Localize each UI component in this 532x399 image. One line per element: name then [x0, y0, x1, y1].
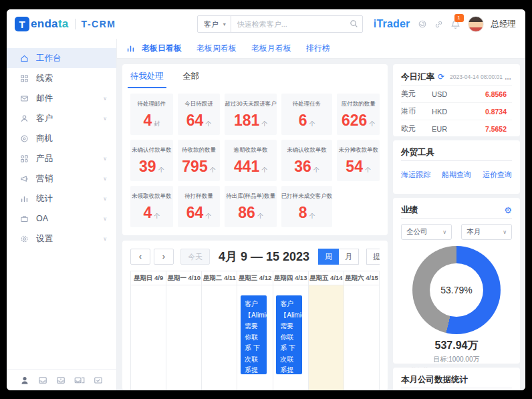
calendar-next-button[interactable]: ›	[154, 249, 174, 265]
stat-card-unconfirmed-receipts[interactable]: 未确认收款单数36个	[281, 140, 333, 181]
sidebar-item-label: 统计	[36, 193, 53, 205]
mail-icon	[20, 94, 29, 103]
search-category-select[interactable]: 客户 ▾	[197, 15, 231, 33]
chevron-down-icon: ∨	[103, 156, 107, 162]
stats-grid: 待处理邮件4封 今日待跟进64个 超过30天未跟进客户181个 待处理任务6个 …	[130, 94, 380, 227]
notification-bell[interactable]: 1	[450, 19, 460, 29]
stat-card-overdue-receipts[interactable]: 逾期收款单数441个	[225, 140, 276, 181]
day-column-friday-today[interactable]	[309, 285, 344, 390]
exchange-rate-title: 今日汇率	[401, 72, 434, 83]
trade-tools-panel: 外贸工具 海运跟踪 船期查询 运价查询	[393, 140, 520, 194]
rate-row-hkd: 港币 HKD 0.8734	[401, 102, 512, 120]
stat-card-unclaimed-receipts[interactable]: 未领取收款单数4个	[130, 186, 173, 227]
stat-card-pending-samples[interactable]: 待打样数量64个	[178, 186, 221, 227]
day-column-monday[interactable]	[166, 285, 202, 390]
day-header: 星期日 4/9	[131, 271, 166, 285]
tab-pending-mine[interactable]: 待我处理	[130, 64, 164, 88]
link-icon[interactable]	[434, 20, 443, 29]
sidebar-item-oa[interactable]: OA ∨	[7, 209, 116, 229]
more-options-icon[interactable]: …	[505, 74, 512, 81]
stat-card-not-followed-30d[interactable]: 超过30天未跟进客户181个	[225, 94, 276, 135]
sidebar-item-leads[interactable]: 线索	[7, 68, 116, 88]
search-icon[interactable]	[350, 19, 358, 28]
avatar[interactable]	[468, 16, 484, 32]
briefcase-icon	[20, 215, 29, 223]
trade-tools-links: 海运跟踪 船期查询 运价查询	[401, 161, 512, 180]
day-column-sunday[interactable]	[131, 285, 166, 390]
day-column-saturday[interactable]	[344, 285, 380, 390]
target-icon	[20, 134, 29, 143]
stat-card-pending-tasks[interactable]: 待处理任务6个	[281, 94, 333, 135]
inbox-icon[interactable]	[38, 376, 47, 385]
notification-badge: 1	[454, 14, 464, 22]
outbox-icon[interactable]	[56, 376, 65, 385]
compass-icon[interactable]	[418, 19, 427, 29]
performance-donut-chart: 53.79%	[412, 246, 501, 334]
stat-card-payables[interactable]: 应付款的数量626个	[337, 94, 380, 135]
global-search: 客户 ▾	[197, 15, 363, 33]
stat-card-pending-outbound[interactable]: 待出库(样品单)数量86个	[225, 186, 276, 227]
sidebar-item-label: 产品	[36, 153, 53, 164]
search-input[interactable]	[231, 15, 363, 33]
megaphone-icon	[20, 174, 29, 183]
tab-boss-weekly-board[interactable]: 老板周看板	[196, 43, 237, 54]
stat-card-receivables[interactable]: 待收款的数量795个	[178, 140, 221, 181]
sidebar-item-mail[interactable]: 邮件 ∨	[7, 88, 116, 108]
link-schedule-query[interactable]: 船期查询	[442, 170, 471, 180]
day-header: 星期一 4/10	[166, 271, 202, 285]
archive-tray-icon[interactable]	[74, 376, 85, 385]
sidebar-nav: 工作台 线索 邮件 ∨ 客户 ∨	[7, 48, 116, 369]
rate-row-eur: 欧元 EUR 7.5652	[401, 120, 512, 137]
filter-reminder-button[interactable]: 提醒	[366, 249, 380, 265]
mail-check-icon[interactable]	[94, 376, 103, 385]
day-header: 星期四 4/13	[273, 271, 309, 285]
tab-ranking[interactable]: 排行榜	[306, 43, 330, 54]
calendar-event[interactable]: 客户【Alimie】需要你联系 下次联系提醒时间:	[241, 295, 267, 374]
refresh-icon[interactable]: ⟳	[438, 72, 444, 82]
gear-icon[interactable]: ⚙	[504, 205, 512, 215]
calendar-today-button[interactable]: 今天	[180, 249, 210, 265]
calendar-prev-button[interactable]: ‹	[130, 249, 150, 265]
stat-card-followup-today[interactable]: 今日待跟进64个	[178, 94, 221, 135]
sidebar-item-label: 工作台	[36, 53, 61, 64]
sidebar-item-marketing[interactable]: 营销 ∨	[7, 168, 116, 188]
sidebar-item-workbench[interactable]: 工作台	[7, 48, 116, 68]
tab-pending-all[interactable]: 全部	[182, 64, 199, 88]
stat-card-pending-emails[interactable]: 待处理邮件4封	[130, 94, 173, 135]
chevron-down-icon: ∨	[103, 216, 107, 222]
sidebar-item-customers[interactable]: 客户 ∨	[7, 108, 116, 128]
link-freight-query[interactable]: 运价查询	[483, 170, 512, 180]
donut-percent-label: 53.79%	[412, 246, 501, 334]
day-column-thursday[interactable]: 客户【Alimie】需要你联系 下次联系提醒时间:	[273, 285, 309, 390]
sidebar-item-opportunities[interactable]: 商机	[7, 128, 116, 148]
day-header: 星期二 4/11	[202, 271, 237, 285]
home-icon	[20, 54, 29, 63]
sidebar-item-statistics[interactable]: 统计 ∨	[7, 188, 116, 209]
gear-icon	[20, 235, 29, 243]
sidebar-item-settings[interactable]: 设置 ∨	[7, 229, 116, 249]
itrader-link[interactable]: iTrader	[374, 18, 410, 30]
logo-divider	[75, 19, 76, 29]
calendar-panel: ‹ › 今天 4月 9 — 15 2023 周 月 提醒	[122, 241, 388, 390]
link-sea-tracking[interactable]: 海运跟踪	[401, 170, 430, 180]
rate-row-usd: 美元 USD 6.8566	[401, 85, 512, 102]
stat-card-sampled-no-deal[interactable]: 已打样未成交客户数8个	[281, 186, 333, 227]
chevron-down-icon: ∨	[103, 176, 107, 182]
tab-boss-daily-board[interactable]: 老板日看板	[142, 43, 182, 54]
stat-card-unconfirmed-payments[interactable]: 未确认付款单数39个	[130, 140, 173, 181]
day-column-tuesday[interactable]	[202, 285, 237, 390]
sidebar-item-products[interactable]: 产品 ∨	[7, 148, 116, 168]
calendar-week-button[interactable]: 周	[318, 249, 339, 265]
sidebar: 工作台 线索 邮件 ∨ 客户 ∨	[7, 39, 117, 390]
tendata-logo[interactable]: T enda ta T-CRM	[15, 17, 116, 31]
calendar-month-button[interactable]: 月	[339, 249, 359, 265]
day-column-wednesday[interactable]: 客户【Alimie】需要你联系 下次联系提醒时间:	[237, 285, 273, 390]
tab-boss-monthly-board[interactable]: 老板月看板	[251, 43, 291, 54]
calendar-event[interactable]: 客户【Alimie】需要你联系 下次联系提醒时间:	[276, 295, 302, 374]
stat-card-unallocated-receipts[interactable]: 未分摊收款单数54个	[337, 140, 380, 181]
contact-icon[interactable]	[20, 376, 29, 385]
period-select[interactable]: 本月 ∨	[461, 224, 512, 240]
right-column: 今日汇率 ⟳ 2023-04-14 08:00:01 … 美元 USD 6.85…	[393, 64, 520, 390]
scope-select[interactable]: 全公司 ∨	[401, 224, 452, 240]
search-category-value: 客户	[204, 19, 219, 29]
